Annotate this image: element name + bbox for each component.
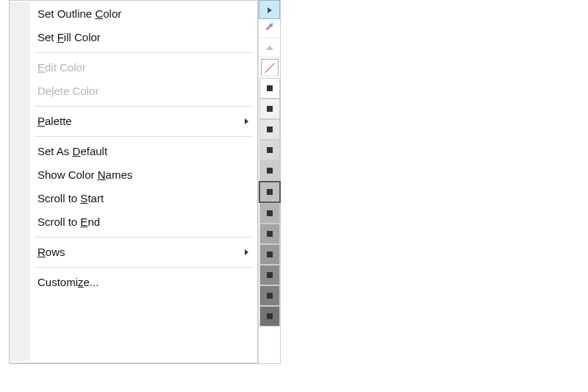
menu-item[interactable]: Rows xyxy=(30,240,257,264)
submenu-arrow-icon xyxy=(244,118,250,125)
menu-separator xyxy=(35,136,253,137)
swatch-well-icon xyxy=(267,126,273,132)
color-swatch[interactable] xyxy=(259,119,280,140)
color-palette-strip xyxy=(258,0,280,363)
color-swatch[interactable] xyxy=(259,203,280,224)
menu-item-label: Set Outline Color xyxy=(37,7,121,20)
color-swatch[interactable] xyxy=(259,78,280,99)
menu-separator xyxy=(35,106,253,107)
swatch-well-icon xyxy=(267,272,273,278)
menu-item[interactable]: Customize... xyxy=(30,271,257,294)
palette-swatches xyxy=(259,78,280,327)
swatch-well-icon xyxy=(267,252,273,257)
eyedropper-button[interactable] xyxy=(259,19,280,38)
menu-item[interactable]: Set Fill Color xyxy=(30,26,257,49)
scroll-up-icon xyxy=(265,41,274,54)
menu-item-label: Scroll to Start xyxy=(37,192,104,204)
menu-items: Set Outline ColorSet Fill ColorEdit Colo… xyxy=(30,2,257,294)
color-swatch[interactable] xyxy=(259,224,280,244)
color-swatch[interactable] xyxy=(259,285,280,306)
color-swatch[interactable] xyxy=(259,181,281,203)
swatch-well-icon xyxy=(267,168,273,174)
scroll-up-button[interactable] xyxy=(259,38,280,57)
context-menu: Set Outline ColorSet Fill ColorEdit Colo… xyxy=(9,0,258,363)
swatch-well-icon xyxy=(267,85,273,91)
menu-item: Delete Color xyxy=(30,79,257,103)
menu-item[interactable]: Show Color Names xyxy=(30,163,257,187)
swatch-well-icon xyxy=(267,293,273,299)
menu-gutter xyxy=(10,2,30,361)
palette-context-root: Set Outline ColorSet Fill ColorEdit Colo… xyxy=(9,0,281,364)
menu-item[interactable]: Scroll to Start xyxy=(30,187,257,210)
flyout-arrow-button[interactable] xyxy=(259,0,280,19)
eyedropper-icon xyxy=(264,21,276,35)
menu-item[interactable]: Set Outline Color xyxy=(30,2,257,26)
submenu-arrow-icon xyxy=(244,249,250,256)
menu-separator xyxy=(35,237,253,238)
menu-item-label: Delete Color xyxy=(37,85,98,97)
menu-item-label: Palette xyxy=(37,115,72,127)
menu-item-label: Show Color Names xyxy=(37,168,132,181)
swatch-well-icon xyxy=(267,147,273,153)
menu-separator xyxy=(35,267,253,268)
swatch-well-icon xyxy=(267,231,273,237)
color-swatch[interactable] xyxy=(259,140,280,160)
menu-separator xyxy=(35,52,253,53)
flyout-arrow-icon xyxy=(266,4,273,16)
swatch-well-icon xyxy=(267,189,273,195)
menu-item-label: Rows xyxy=(37,246,65,258)
color-swatch[interactable] xyxy=(259,265,280,285)
color-swatch[interactable] xyxy=(259,306,280,327)
menu-item[interactable]: Scroll to End xyxy=(30,210,257,234)
menu-item-label: Customize... xyxy=(37,276,98,288)
menu-item[interactable]: Set As Default xyxy=(30,140,257,163)
menu-item-label: Set Fill Color xyxy=(37,31,101,43)
color-swatch[interactable] xyxy=(259,99,280,119)
menu-item-label: Set As Default xyxy=(37,145,107,157)
menu-item[interactable]: Palette xyxy=(30,110,257,133)
color-swatch[interactable] xyxy=(259,244,280,265)
menu-item: Edit Color xyxy=(30,56,257,79)
menu-item-label: Scroll to End xyxy=(37,215,100,228)
menu-item-label: Edit Color xyxy=(37,61,86,74)
swatch-well-icon xyxy=(267,313,273,319)
no-color-swatch[interactable] xyxy=(261,59,279,76)
swatch-well-icon xyxy=(267,106,273,112)
swatch-well-icon xyxy=(267,210,273,216)
palette-top-buttons xyxy=(259,0,280,78)
color-swatch[interactable] xyxy=(259,160,280,181)
